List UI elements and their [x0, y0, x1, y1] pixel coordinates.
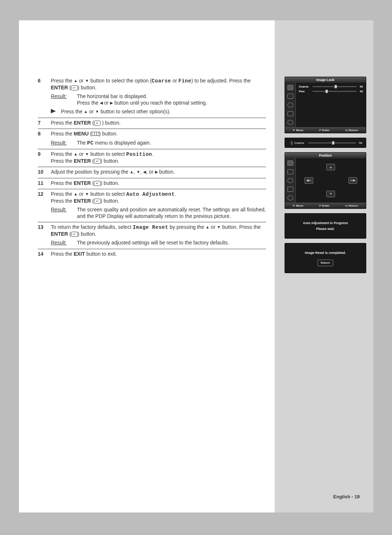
row-value: 50 — [356, 85, 363, 88]
up-icon: ▲ — [205, 225, 209, 230]
setup-icon — [287, 120, 293, 125]
tip-text: Press the ▲ or ▼ button to select other … — [61, 109, 266, 115]
move-icon: ✦ — [293, 204, 295, 207]
up-icon: ▲ — [74, 192, 78, 197]
input-icon — [287, 94, 293, 99]
down-icon: ▼ — [85, 78, 89, 84]
step-body: Press the ▲ or ▼ button to select Positi… — [51, 151, 266, 164]
step-text: Press the ▲ or ▼ button to select Auto A… — [51, 191, 266, 204]
enter-icon: ↵ — [94, 199, 101, 204]
result-row: Result: The screen quality and position … — [51, 207, 266, 219]
down-icon: ▼ — [95, 109, 99, 114]
step-7: 7 Press the ENTER (↵ ) button. — [38, 118, 266, 129]
step-body: Press the MENU () button. Result: The PC… — [51, 131, 266, 146]
channel-icon — [287, 178, 293, 183]
enter-icon: ↵ — [319, 204, 322, 207]
step-13: 13 To return the factory defaults, selec… — [38, 222, 266, 249]
result-text: The screen quality and position are auto… — [77, 207, 266, 219]
step-body: Press the ▲ or ▼ button to select Auto A… — [51, 191, 266, 219]
step-text: Press the MENU () button. — [51, 131, 266, 137]
step-body: Press the EXIT button to exit. — [51, 251, 266, 258]
picture-icon — [287, 161, 293, 166]
osd-title: Position — [285, 153, 366, 158]
enter-icon: ↵ — [94, 181, 101, 186]
osd-footer: ✦ Move ↵ Enter ▭ Return — [285, 203, 366, 208]
step-number: 13 — [38, 224, 51, 246]
setup-icon — [287, 195, 293, 200]
up-icon: ▲ — [84, 109, 88, 114]
right-icon: ▶ — [155, 170, 158, 175]
enter-icon: ↵ — [319, 129, 322, 132]
down-icon: ▼ — [217, 225, 221, 230]
footer-return: ▭ Return — [345, 129, 358, 132]
result-label: Result: — [51, 140, 77, 147]
result-row: Result: The horizontal bar is displayed.… — [51, 93, 266, 106]
result-text: The PC menu is displayed again. — [77, 140, 266, 147]
up-icon: ▲ — [74, 78, 78, 84]
slider-thumb — [332, 141, 334, 145]
slider-label: Coarse — [294, 141, 308, 145]
step-body: Adjust the position by pressing the ▲, ▼… — [51, 169, 266, 175]
slider-thumb — [335, 85, 337, 88]
slider-bar — [313, 91, 356, 92]
slider-bar — [313, 86, 356, 87]
slider-bar — [308, 142, 356, 143]
row-label: Fine — [299, 90, 313, 93]
result-label: Result: — [51, 207, 77, 219]
row-value: 30 — [356, 90, 363, 93]
osd-footer: ✦ Move ↵ Enter ▭ Return — [285, 127, 366, 133]
pc-icon — [287, 111, 293, 116]
osd-row-fine: Fine 30 — [299, 89, 363, 94]
step-text: Press the ▲ or ▼ button to select the op… — [51, 78, 266, 91]
step-12: 12 Press the ▲ or ▼ button to select Aut… — [38, 189, 266, 222]
return-icon: ▭ — [345, 204, 348, 207]
msg-line-1: Image Reset is completed. — [289, 250, 362, 256]
step-6: 6 Press the ▲ or ▼ button to select the … — [38, 76, 266, 118]
step-body: To return the factory defaults, select I… — [51, 224, 266, 246]
down-icon: ▼ — [85, 152, 89, 157]
step-10: 10 Adjust the position by pressing the ▲… — [38, 167, 266, 178]
osd-title: Image Lock — [285, 77, 366, 83]
step-number: 14 — [38, 251, 51, 258]
slider-thumb — [326, 90, 328, 93]
down-icon: ▼ — [136, 170, 140, 175]
result-label: Result: — [51, 93, 77, 106]
footer-enter: ↵ Enter — [319, 129, 330, 132]
up-icon: ▲ — [74, 152, 78, 157]
up-icon: ▲ — [130, 170, 134, 175]
result-label: Result: — [51, 240, 77, 246]
return-icon: ▭ — [345, 129, 348, 132]
step-body: Press the ▲ or ▼ button to select the op… — [51, 78, 266, 115]
picture-icon — [287, 85, 293, 90]
return-button: Return — [318, 260, 334, 266]
menu-icon — [92, 132, 99, 136]
step-number: 12 — [38, 191, 51, 219]
msg-line-2: Please wait. — [289, 226, 362, 232]
step-number: 10 — [38, 169, 51, 175]
enter-icon: ↵ — [94, 121, 101, 126]
instruction-list: 6 Press the ▲ or ▼ button to select the … — [38, 76, 266, 260]
arrow-up-button: ▲ — [326, 164, 335, 170]
step-9: 9 Press the ▲ or ▼ button to select Posi… — [38, 149, 266, 167]
pointer-icon — [51, 109, 57, 113]
pc-icon — [287, 187, 293, 192]
osd-auto-adjustment: Auto Adjustment in Progress Please wait. — [285, 213, 366, 239]
result-text: The horizontal bar is displayed. Press t… — [77, 93, 266, 106]
result-text: The previously adjusted settings will be… — [77, 240, 266, 246]
footer-move: ✦ Move — [293, 129, 303, 132]
osd-row-coarse: Coarse 50 — [299, 84, 363, 89]
osd-main: Coarse 50 Fine 30 — [296, 83, 366, 127]
footer-enter: ↵ Enter — [319, 204, 330, 207]
down-icon: ▼ — [85, 192, 89, 197]
arrow-down-button: ▼ — [326, 191, 335, 197]
osd-icon-strip — [285, 158, 296, 203]
footer-move: ✦ Move — [293, 204, 303, 207]
step-number: 11 — [38, 180, 51, 187]
result-row: Result: The PC menu is displayed again. — [51, 140, 266, 147]
step-number: 9 — [38, 151, 51, 164]
position-pad: ▲ ◀▭ ▭▶ ▼ — [296, 158, 366, 203]
osd-image-lock: Image Lock Coarse 50 Fine — [285, 77, 366, 133]
osd-position: Position ▲ ◀▭ ▭▶ ▼ — [285, 152, 366, 209]
osd-column: Image Lock Coarse 50 Fine — [285, 77, 366, 277]
updown-icon: △▽ — [289, 140, 294, 145]
